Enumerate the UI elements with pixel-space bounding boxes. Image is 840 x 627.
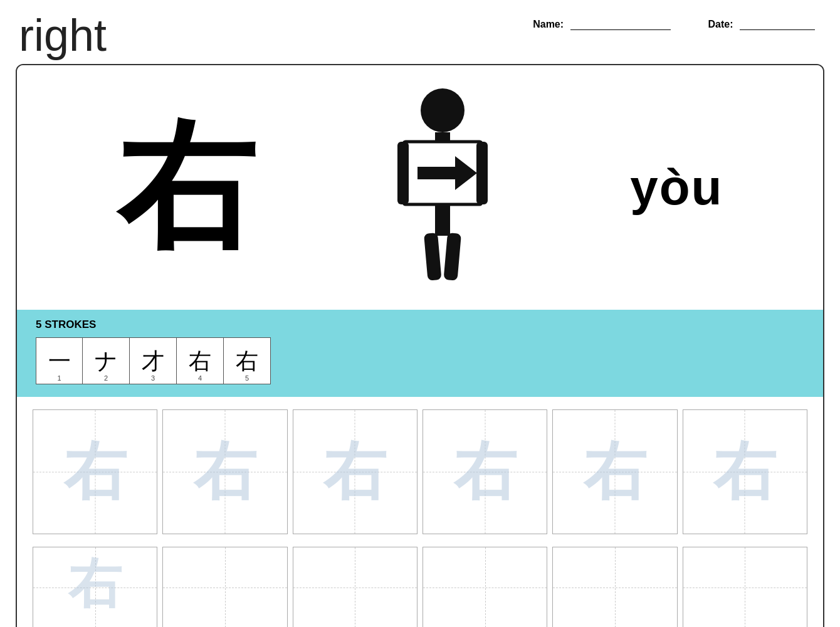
ghost-char-1: 右 bbox=[64, 429, 127, 514]
name-field[interactable]: Name: bbox=[533, 19, 670, 30]
figure-container bbox=[380, 84, 505, 291]
pinyin-u: u bbox=[691, 159, 723, 215]
svg-rect-4 bbox=[397, 142, 409, 204]
stroke-number-3: 3 bbox=[151, 374, 155, 382]
stroke-box-5: 右 5 bbox=[224, 337, 271, 384]
practice-cell-6[interactable]: 右 bbox=[683, 409, 807, 534]
svg-rect-5 bbox=[476, 142, 488, 204]
stroke-char-3: 才 bbox=[142, 350, 164, 372]
ghost-char-4: 右 bbox=[454, 429, 517, 514]
stroke-number-1: 1 bbox=[57, 374, 61, 382]
date-field[interactable]: Date: bbox=[708, 19, 815, 30]
main-card: 右 bbox=[16, 64, 824, 627]
page-header: right Name: Date: bbox=[0, 0, 840, 64]
ghost-char-6: 右 bbox=[713, 429, 776, 514]
svg-rect-7 bbox=[424, 233, 441, 281]
svg-rect-6 bbox=[435, 204, 450, 236]
chinese-character: 右 bbox=[117, 119, 255, 256]
practice-cell-bottom-3[interactable] bbox=[293, 547, 417, 627]
stroke-number-4: 4 bbox=[198, 374, 202, 382]
stroke-box-2: ナ 2 bbox=[83, 337, 130, 384]
stick-figure-svg bbox=[380, 84, 505, 291]
ghost-char-bottom-1: 右 bbox=[68, 548, 122, 620]
stroke-number-2: 2 bbox=[104, 374, 108, 382]
stroke-char-1: 一 bbox=[48, 350, 71, 372]
ghost-char-3: 右 bbox=[323, 429, 386, 514]
stroke-char-2: ナ bbox=[95, 350, 118, 372]
practice-cell-3[interactable]: 右 bbox=[293, 409, 417, 534]
practice-cell-2[interactable]: 右 bbox=[162, 409, 287, 534]
practice-cell-bottom-6[interactable] bbox=[683, 547, 807, 627]
pinyin-o-accent: ò bbox=[659, 159, 691, 215]
svg-point-0 bbox=[421, 88, 465, 132]
stroke-char-4: 右 bbox=[189, 350, 211, 372]
pinyin-y: y bbox=[630, 159, 659, 215]
top-section: 右 bbox=[17, 65, 823, 310]
stroke-box-3: 才 3 bbox=[130, 337, 177, 384]
header-fields: Name: Date: bbox=[533, 19, 815, 30]
practice-section-row2: 右 bbox=[17, 547, 823, 627]
practice-cell-5[interactable]: 右 bbox=[552, 409, 677, 534]
practice-cell-bottom-5[interactable] bbox=[552, 547, 677, 627]
date-label: Date: bbox=[708, 19, 733, 29]
date-input-line[interactable] bbox=[740, 29, 815, 30]
svg-rect-8 bbox=[443, 233, 461, 281]
page-title: right bbox=[19, 13, 107, 58]
stroke-number-5: 5 bbox=[245, 374, 249, 382]
ghost-char-2: 右 bbox=[194, 429, 256, 514]
stroke-boxes: 一 1 ナ 2 才 3 右 4 右 5 bbox=[36, 337, 804, 384]
strokes-section: 5 STROKES 一 1 ナ 2 才 3 右 4 右 5 bbox=[17, 310, 823, 397]
practice-cell-1[interactable]: 右 bbox=[33, 409, 157, 534]
practice-section-row1: 右 右 右 右 右 右 bbox=[17, 397, 823, 547]
practice-cell-bottom-4[interactable] bbox=[423, 547, 547, 627]
practice-cell-4[interactable]: 右 bbox=[423, 409, 547, 534]
practice-cell-bottom-1[interactable]: 右 bbox=[33, 547, 157, 627]
name-input-line[interactable] bbox=[570, 29, 671, 30]
practice-cell-bottom-2[interactable] bbox=[162, 547, 287, 627]
pinyin: yòu bbox=[630, 159, 723, 216]
ghost-char-5: 右 bbox=[584, 429, 646, 514]
stroke-char-5: 右 bbox=[236, 350, 258, 372]
stroke-box-1: 一 1 bbox=[36, 337, 83, 384]
strokes-label: 5 STROKES bbox=[36, 319, 804, 331]
stroke-box-4: 右 4 bbox=[177, 337, 224, 384]
name-label: Name: bbox=[533, 19, 564, 29]
